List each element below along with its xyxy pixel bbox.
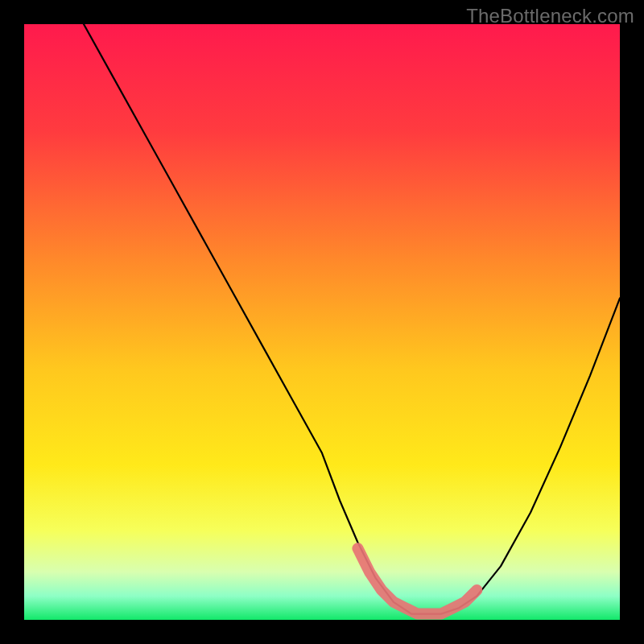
chart-frame: TheBottleneck.com — [0, 0, 644, 644]
watermark-text: TheBottleneck.com — [466, 5, 634, 27]
optimal-range-marker — [357, 548, 477, 613]
plot-area — [24, 24, 620, 620]
bottleneck-curve — [84, 24, 620, 614]
curve-layer — [24, 24, 620, 620]
